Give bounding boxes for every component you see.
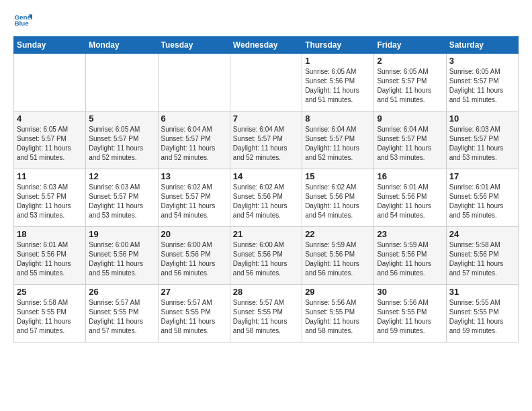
day-info: Sunrise: 6:04 AMSunset: 5:57 PMDaylight:… <box>233 125 299 163</box>
day-info: Sunrise: 6:00 AMSunset: 5:56 PMDaylight:… <box>161 240 227 278</box>
day-info: Sunrise: 5:58 AMSunset: 5:56 PMDaylight:… <box>449 240 515 278</box>
day-info: Sunrise: 6:05 AMSunset: 5:57 PMDaylight:… <box>17 125 83 163</box>
day-number: 19 <box>89 229 154 239</box>
day-number: 3 <box>449 56 515 66</box>
header-cell-sunday: Sunday <box>14 37 86 54</box>
day-number: 29 <box>305 287 371 297</box>
day-number: 6 <box>161 113 227 124</box>
day-cell: 24Sunrise: 5:58 AMSunset: 5:56 PMDayligh… <box>446 227 518 285</box>
day-number: 27 <box>161 287 227 297</box>
day-cell: 20Sunrise: 6:00 AMSunset: 5:56 PMDayligh… <box>158 227 230 285</box>
header-cell-wednesday: Wednesday <box>230 37 302 54</box>
day-info: Sunrise: 6:03 AMSunset: 5:57 PMDaylight:… <box>89 183 154 220</box>
day-info: Sunrise: 6:05 AMSunset: 5:56 PMDaylight:… <box>305 67 371 105</box>
day-cell: 7Sunrise: 6:04 AMSunset: 5:57 PMDaylight… <box>230 111 302 169</box>
day-cell: 9Sunrise: 6:04 AMSunset: 5:57 PMDaylight… <box>374 111 446 169</box>
day-number: 16 <box>377 171 443 181</box>
day-info: Sunrise: 6:02 AMSunset: 5:56 PMDaylight:… <box>305 183 371 220</box>
day-number: 5 <box>89 113 154 124</box>
day-info: Sunrise: 5:59 AMSunset: 5:56 PMDaylight:… <box>305 240 371 278</box>
day-number: 17 <box>449 171 515 181</box>
week-row-2: 4Sunrise: 6:05 AMSunset: 5:57 PMDaylight… <box>14 111 519 169</box>
day-number: 2 <box>377 56 443 66</box>
day-number: 4 <box>17 113 83 124</box>
day-info: Sunrise: 5:57 AMSunset: 5:55 PMDaylight:… <box>161 298 227 336</box>
day-number: 15 <box>305 171 371 181</box>
day-info: Sunrise: 6:00 AMSunset: 5:56 PMDaylight:… <box>233 240 299 278</box>
day-number: 1 <box>305 56 371 66</box>
day-cell: 17Sunrise: 6:01 AMSunset: 5:56 PMDayligh… <box>446 169 518 227</box>
day-number: 20 <box>161 229 227 239</box>
day-cell: 26Sunrise: 5:57 AMSunset: 5:55 PMDayligh… <box>86 285 158 342</box>
day-cell <box>14 54 86 111</box>
day-info: Sunrise: 6:02 AMSunset: 5:56 PMDaylight:… <box>233 183 299 220</box>
day-cell: 15Sunrise: 6:02 AMSunset: 5:56 PMDayligh… <box>302 169 374 227</box>
svg-text:Blue: Blue <box>14 19 29 27</box>
day-cell <box>230 54 302 111</box>
day-cell <box>158 54 230 111</box>
day-cell: 25Sunrise: 5:58 AMSunset: 5:55 PMDayligh… <box>14 285 86 342</box>
day-cell: 27Sunrise: 5:57 AMSunset: 5:55 PMDayligh… <box>158 285 230 342</box>
day-number: 18 <box>17 229 83 239</box>
calendar-table: SundayMondayTuesdayWednesdayThursdayFrid… <box>13 36 519 342</box>
day-info: Sunrise: 6:00 AMSunset: 5:56 PMDaylight:… <box>89 240 154 278</box>
day-cell: 12Sunrise: 6:03 AMSunset: 5:57 PMDayligh… <box>86 169 158 227</box>
day-info: Sunrise: 6:03 AMSunset: 5:57 PMDaylight:… <box>449 125 515 163</box>
week-row-1: 1Sunrise: 6:05 AMSunset: 5:56 PMDaylight… <box>14 54 519 111</box>
day-info: Sunrise: 6:01 AMSunset: 5:56 PMDaylight:… <box>449 183 515 220</box>
day-number: 11 <box>17 171 83 181</box>
day-info: Sunrise: 6:02 AMSunset: 5:57 PMDaylight:… <box>161 183 227 220</box>
day-info: Sunrise: 5:58 AMSunset: 5:55 PMDaylight:… <box>17 298 83 336</box>
day-cell: 28Sunrise: 5:57 AMSunset: 5:55 PMDayligh… <box>230 285 302 342</box>
day-cell: 5Sunrise: 6:05 AMSunset: 5:57 PMDaylight… <box>86 111 158 169</box>
day-cell: 4Sunrise: 6:05 AMSunset: 5:57 PMDaylight… <box>14 111 86 169</box>
day-info: Sunrise: 5:59 AMSunset: 5:56 PMDaylight:… <box>377 240 443 278</box>
day-cell <box>86 54 158 111</box>
day-cell: 14Sunrise: 6:02 AMSunset: 5:56 PMDayligh… <box>230 169 302 227</box>
header-cell-monday: Monday <box>86 37 158 54</box>
day-info: Sunrise: 6:03 AMSunset: 5:57 PMDaylight:… <box>17 183 83 220</box>
header-cell-saturday: Saturday <box>446 37 518 54</box>
day-cell: 10Sunrise: 6:03 AMSunset: 5:57 PMDayligh… <box>446 111 518 169</box>
week-row-5: 25Sunrise: 5:58 AMSunset: 5:55 PMDayligh… <box>14 285 519 342</box>
day-cell: 6Sunrise: 6:04 AMSunset: 5:57 PMDaylight… <box>158 111 230 169</box>
day-number: 26 <box>89 287 154 297</box>
day-number: 30 <box>377 287 443 297</box>
day-info: Sunrise: 6:01 AMSunset: 5:56 PMDaylight:… <box>17 240 83 278</box>
page: General Blue SundayMondayTuesdayWednesda… <box>0 0 532 349</box>
day-cell: 3Sunrise: 6:05 AMSunset: 5:57 PMDaylight… <box>446 54 518 111</box>
day-info: Sunrise: 5:57 AMSunset: 5:55 PMDaylight:… <box>233 298 299 336</box>
header-cell-tuesday: Tuesday <box>158 37 230 54</box>
day-number: 10 <box>449 113 515 124</box>
logo-icon: General Blue <box>13 11 32 30</box>
day-cell: 19Sunrise: 6:00 AMSunset: 5:56 PMDayligh… <box>86 227 158 285</box>
day-info: Sunrise: 5:56 AMSunset: 5:55 PMDaylight:… <box>305 298 371 336</box>
day-number: 28 <box>233 287 299 297</box>
day-number: 22 <box>305 229 371 239</box>
day-cell: 31Sunrise: 5:55 AMSunset: 5:55 PMDayligh… <box>446 285 518 342</box>
header-cell-thursday: Thursday <box>302 37 374 54</box>
day-info: Sunrise: 5:56 AMSunset: 5:55 PMDaylight:… <box>377 298 443 336</box>
day-info: Sunrise: 6:01 AMSunset: 5:56 PMDaylight:… <box>377 183 443 220</box>
day-number: 14 <box>233 171 299 181</box>
day-cell: 1Sunrise: 6:05 AMSunset: 5:56 PMDaylight… <box>302 54 374 111</box>
header: General Blue <box>13 11 519 30</box>
day-info: Sunrise: 6:04 AMSunset: 5:57 PMDaylight:… <box>305 125 371 163</box>
day-number: 7 <box>233 113 299 124</box>
day-cell: 8Sunrise: 6:04 AMSunset: 5:57 PMDaylight… <box>302 111 374 169</box>
day-number: 12 <box>89 171 154 181</box>
day-info: Sunrise: 6:05 AMSunset: 5:57 PMDaylight:… <box>377 67 443 105</box>
day-cell: 18Sunrise: 6:01 AMSunset: 5:56 PMDayligh… <box>14 227 86 285</box>
day-number: 8 <box>305 113 371 124</box>
day-info: Sunrise: 5:55 AMSunset: 5:55 PMDaylight:… <box>449 298 515 336</box>
header-row: SundayMondayTuesdayWednesdayThursdayFrid… <box>14 37 519 54</box>
day-cell: 22Sunrise: 5:59 AMSunset: 5:56 PMDayligh… <box>302 227 374 285</box>
day-number: 31 <box>449 287 515 297</box>
day-cell: 21Sunrise: 6:00 AMSunset: 5:56 PMDayligh… <box>230 227 302 285</box>
day-info: Sunrise: 6:04 AMSunset: 5:57 PMDaylight:… <box>161 125 227 163</box>
logo: General Blue <box>13 11 35 30</box>
day-number: 23 <box>377 229 443 239</box>
day-number: 24 <box>449 229 515 239</box>
day-number: 25 <box>17 287 83 297</box>
day-cell: 29Sunrise: 5:56 AMSunset: 5:55 PMDayligh… <box>302 285 374 342</box>
